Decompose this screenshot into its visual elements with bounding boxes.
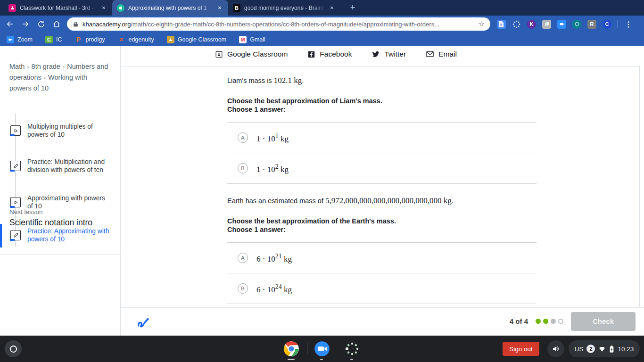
shelf-separator	[307, 343, 307, 354]
bookmarks-bar: Zoom C IC P prodigy ✕ edgenuity Google C…	[0, 33, 644, 46]
answer-option-b[interactable]: B 6 · 1024 kg	[227, 273, 537, 304]
forward-icon[interactable]	[20, 18, 31, 30]
option-value: 6 · 1021 kg	[256, 252, 292, 264]
bookmark-zoom[interactable]: Zoom	[7, 36, 33, 43]
notification-badge: 2	[586, 345, 595, 353]
loading-spinner-icon[interactable]	[512, 20, 521, 29]
exercise-card: Liam's mass is 102.1 kg. Choose the best…	[121, 66, 640, 307]
option-value: 6 · 1024 kg	[256, 283, 292, 295]
docs-extension-icon[interactable]	[497, 20, 506, 29]
clock: 10:23	[618, 346, 634, 353]
answer-option-a[interactable]: A 6 · 1021 kg	[227, 243, 537, 273]
main-content: Google Classroom Facebook Twitter Email …	[121, 46, 644, 336]
tab-khan-academy[interactable]: Approximating with powers of 1 ✕	[112, 0, 228, 16]
scratchpad-icon[interactable]	[136, 314, 150, 329]
share-twitter[interactable]: Twitter	[372, 50, 406, 58]
bookmark-prodigy[interactable]: P prodigy	[74, 36, 105, 43]
infinite-campus-favicon: C	[45, 36, 53, 43]
bookmark-star-icon[interactable]: ☆	[479, 20, 485, 28]
lesson-sidebar: Math›8th grade›Numbers and operations›Wo…	[0, 46, 121, 336]
chevron-icon: ›	[60, 63, 67, 70]
bookmark-ic[interactable]: C IC	[45, 36, 62, 43]
pencil-icon	[10, 161, 21, 171]
exercise-footer: 4 of 4 Check	[121, 307, 644, 335]
tab-classwork[interactable]: Classwork for Marshall - 3rd - Gr ✕	[4, 0, 112, 16]
address-bar[interactable]: khanacademy.org/math/cc-eighth-grade-mat…	[67, 17, 490, 31]
new-tab-button[interactable]: +	[347, 2, 358, 14]
clever-extension-icon[interactable]: C	[603, 20, 611, 29]
progress-dot-done	[536, 319, 541, 324]
kami-extension-icon[interactable]: K	[527, 20, 536, 29]
answer-option-a[interactable]: A 1 · 101 kg	[227, 123, 537, 153]
radio-button[interactable]: A	[238, 132, 248, 143]
zoom-app-icon[interactable]	[313, 340, 331, 358]
chrome-active-indicator	[288, 359, 295, 360]
option-value: 1 · 101 kg	[256, 132, 289, 144]
breadcrumb-grade[interactable]: 8th grade	[32, 63, 60, 70]
bookmark-edgenuity[interactable]: ✕ edgenuity	[117, 36, 154, 43]
facebook-icon	[307, 50, 315, 58]
toolbar-separator	[618, 20, 618, 28]
pencil-icon	[10, 230, 21, 240]
brainly-favicon: B	[233, 4, 240, 12]
extensions-area: K R C	[497, 20, 611, 29]
browser-menu-icon[interactable]: ⋮	[624, 20, 633, 29]
sidebar-item-practice-multiplication[interactable]: Practice: Multiplication and division wi…	[0, 150, 121, 181]
loading-app-icon[interactable]	[343, 340, 361, 358]
status-tray[interactable]: US 2 10:23	[569, 340, 640, 357]
sidebar-item-multiplying-multiples[interactable]: Multiplying multiples of powers of 10	[0, 119, 121, 142]
tab-brainly[interactable]: B good morning everyone - Brainly ✕	[228, 0, 340, 16]
question-1-options: A 1 · 101 kg B 1 · 102 kg	[227, 122, 537, 184]
next-lesson-title[interactable]: Scientific notation intro	[9, 218, 92, 228]
speaker-icon	[552, 345, 560, 353]
chrome-app-icon[interactable]	[282, 340, 300, 358]
check-button[interactable]: Check	[571, 312, 636, 331]
breadcrumb-math[interactable]: Math	[9, 63, 25, 70]
wifi-icon	[598, 345, 606, 353]
browser-toolbar: khanacademy.org/math/cc-eighth-grade-mat…	[0, 16, 644, 33]
google-classroom-icon	[215, 50, 223, 58]
question-2-prompt: Earth has an estimated mass of 5,972,000…	[227, 196, 639, 206]
close-icon[interactable]: ✕	[100, 4, 107, 12]
readwrite-extension-icon[interactable]: R	[587, 20, 596, 29]
question-1-instruction: Choose the best approximation of Liam's …	[227, 97, 639, 114]
progress-dot-todo	[558, 319, 563, 324]
gmail-favicon: M	[239, 36, 247, 43]
back-icon[interactable]	[4, 18, 16, 30]
google-classroom-favicon	[8, 4, 16, 12]
home-icon[interactable]	[51, 18, 62, 30]
next-lesson-label: Next lesson	[9, 208, 92, 215]
radio-button[interactable]: B	[238, 163, 248, 173]
select-to-speak-button[interactable]	[547, 340, 564, 357]
video-icon	[10, 125, 21, 136]
bookmark-gmail[interactable]: M Gmail	[239, 36, 265, 43]
radio-button[interactable]: B	[238, 283, 248, 294]
chromeos-shelf: Sign out US 2 10:23	[0, 336, 644, 362]
launcher-button[interactable]	[5, 340, 22, 357]
close-icon[interactable]: ✕	[328, 4, 336, 12]
google-classroom-favicon	[167, 36, 174, 43]
tab-strip: Classwork for Marshall - 3rd - Gr ✕ Appr…	[0, 0, 644, 16]
launcher-icon	[10, 346, 17, 353]
progress-dots	[536, 319, 563, 324]
reload-icon[interactable]	[35, 18, 47, 30]
bookmark-google-classroom[interactable]: Google Classroom	[167, 36, 227, 43]
share-google-classroom[interactable]: Google Classroom	[215, 50, 288, 58]
share-facebook[interactable]: Facebook	[307, 50, 352, 58]
share-email[interactable]: Email	[426, 50, 457, 58]
close-icon[interactable]: ✕	[216, 4, 223, 12]
papers-extension-icon[interactable]	[542, 20, 551, 29]
khan-academy-favicon	[117, 4, 124, 12]
answer-option-b[interactable]: B 1 · 102 kg	[227, 153, 537, 184]
question-2-instruction: Choose the best approximation of the Ear…	[227, 217, 639, 234]
teal-circle-extension-icon[interactable]	[572, 20, 581, 29]
edgenuity-favicon: ✕	[117, 36, 125, 43]
prodigy-favicon: P	[74, 36, 82, 43]
progress-text: 4 of 4	[510, 317, 528, 325]
sign-out-button[interactable]: Sign out	[503, 342, 539, 356]
url-text[interactable]: khanacademy.org/math/cc-eighth-grade-mat…	[83, 21, 475, 28]
option-value: 1 · 102 kg	[256, 163, 289, 174]
zoom-extension-icon[interactable]	[557, 20, 566, 29]
radio-button[interactable]: A	[238, 253, 248, 263]
sidebar-divider	[0, 102, 120, 102]
